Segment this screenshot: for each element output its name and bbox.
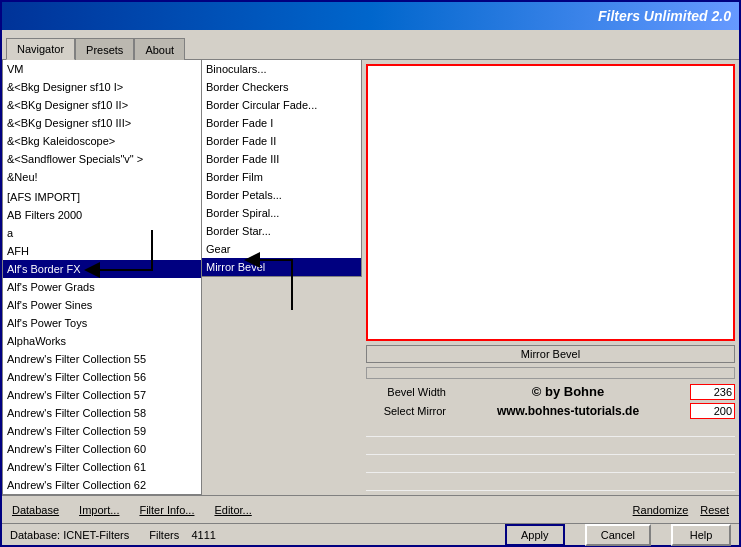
left-list-item[interactable]: Andrew's Filter Collection 56 xyxy=(3,368,201,386)
app-window: Filters Unlimited 2.0 Navigator Presets … xyxy=(0,0,741,547)
left-list-item[interactable]: Alf's Power Sines xyxy=(3,296,201,314)
title-bar: Filters Unlimited 2.0 xyxy=(2,2,739,30)
left-list-item[interactable]: Alf's Power Toys xyxy=(3,314,201,332)
tab-presets[interactable]: Presets xyxy=(75,38,134,60)
copyright-line1: © by Bohne xyxy=(450,383,686,401)
middle-list-item[interactable]: Border Spiral... xyxy=(202,204,361,222)
filter-info-button[interactable]: Filter Info... xyxy=(137,504,196,516)
bottom-toolbar: Database Import... Filter Info... Editor… xyxy=(2,495,739,523)
status-bar: Database: ICNET-Filters Filters 4111 App… xyxy=(2,523,739,545)
empty-row-4 xyxy=(366,475,735,491)
middle-list-item[interactable]: Binoculars... xyxy=(202,60,361,78)
cancel-button[interactable]: Cancel xyxy=(585,524,651,546)
select-mirror-input[interactable] xyxy=(690,403,735,419)
randomize-button[interactable]: Randomize xyxy=(631,504,691,516)
left-list-item[interactable]: Alf's Power Grads xyxy=(3,278,201,296)
toolbar-left: Database Import... Filter Info... Editor… xyxy=(10,504,254,516)
middle-list-item[interactable]: Border Fade III xyxy=(202,150,361,168)
left-list-item[interactable]: Andrew's Filter Collection 62 xyxy=(3,476,201,494)
left-list-item[interactable]: AB Filters 2000 xyxy=(3,206,201,224)
empty-row-1 xyxy=(366,421,735,437)
preview-box xyxy=(366,64,735,341)
editor-button[interactable]: Editor... xyxy=(212,504,253,516)
copyright-line2: www.bohnes-tutorials.de xyxy=(450,404,686,418)
filters-status: Filters 4111 xyxy=(149,529,216,541)
left-list-item[interactable]: &<Sandflower Specials"v" > xyxy=(3,150,201,168)
database-status: Database: ICNET-Filters xyxy=(10,529,129,541)
left-list-item[interactable]: VM xyxy=(3,60,201,78)
middle-list-item[interactable]: Gear xyxy=(202,240,361,258)
app-title: Filters Unlimited 2.0 xyxy=(598,8,731,24)
middle-list-item[interactable]: Mirror Bevel xyxy=(202,258,361,276)
left-list-item[interactable]: Andrew's Filter Collection 58 xyxy=(3,404,201,422)
reset-button[interactable]: Reset xyxy=(698,504,731,516)
select-mirror-label: Select Mirror xyxy=(366,405,446,417)
left-list-item[interactable]: Andrew's Filter Collection 61 xyxy=(3,458,201,476)
apply-button[interactable]: Apply xyxy=(505,524,565,546)
left-list-item[interactable]: a xyxy=(3,224,201,242)
tab-bar: Navigator Presets About xyxy=(2,30,739,60)
left-list-item[interactable]: &<BKg Designer sf10 III> xyxy=(3,114,201,132)
filter-name-bar: Mirror Bevel xyxy=(366,345,735,363)
toolbar-right: Randomize Reset xyxy=(631,504,731,516)
tab-navigator[interactable]: Navigator xyxy=(6,38,75,60)
left-list-item[interactable]: Andrew's Filter Collection 55 xyxy=(3,350,201,368)
bevel-width-input[interactable] xyxy=(690,384,735,400)
empty-row-3 xyxy=(366,457,735,473)
left-list-item[interactable]: AFH xyxy=(3,242,201,260)
middle-list-item[interactable]: Border Star... xyxy=(202,222,361,240)
left-list-item[interactable]: &Neu! xyxy=(3,168,201,186)
left-list-item[interactable]: &<Bkg Kaleidoscope> xyxy=(3,132,201,150)
middle-panel-wrapper: Binoculars...Border CheckersBorder Circu… xyxy=(202,60,362,495)
tab-about[interactable]: About xyxy=(134,38,185,60)
database-button[interactable]: Database xyxy=(10,504,61,516)
import-button[interactable]: Import... xyxy=(77,504,121,516)
left-panel-wrapper: VM&<Bkg Designer sf10 I>&<BKg Designer s… xyxy=(2,60,202,495)
controls-area: Bevel Width © by Bohne Select Mirror www… xyxy=(366,383,735,491)
left-list-item[interactable]: [AFS IMPORT] xyxy=(3,188,201,206)
middle-list-item[interactable]: Border Checkers xyxy=(202,78,361,96)
left-panel[interactable]: VM&<Bkg Designer sf10 I>&<BKg Designer s… xyxy=(2,60,202,495)
middle-list-item[interactable]: Border Circular Fade... xyxy=(202,96,361,114)
middle-list-item[interactable]: Border Film xyxy=(202,168,361,186)
left-list-item[interactable]: Alf's Border FX xyxy=(3,260,201,278)
middle-list-item[interactable]: Border Fade II xyxy=(202,132,361,150)
bevel-width-label: Bevel Width xyxy=(366,386,446,398)
empty-row-2 xyxy=(366,439,735,455)
left-list-item[interactable]: Andrew's Filter Collection 59 xyxy=(3,422,201,440)
middle-list-item[interactable]: Border Fade I xyxy=(202,114,361,132)
middle-list-item[interactable]: Border Petals... xyxy=(202,186,361,204)
right-panel: Mirror Bevel Bevel Width © by Bohne Sele… xyxy=(362,60,739,495)
left-list-item[interactable]: &<BKg Designer sf10 II> xyxy=(3,96,201,114)
left-list-item[interactable]: AlphaWorks xyxy=(3,332,201,350)
control-row-0: Bevel Width © by Bohne xyxy=(366,383,735,401)
left-list-item[interactable]: Andrew's Filter Collection 60 xyxy=(3,440,201,458)
progress-bar xyxy=(366,367,735,379)
content-area: VM&<Bkg Designer sf10 I>&<BKg Designer s… xyxy=(2,60,739,495)
middle-panel[interactable]: Binoculars...Border CheckersBorder Circu… xyxy=(202,60,362,277)
help-button[interactable]: Help xyxy=(671,524,731,546)
control-row-1: Select Mirror www.bohnes-tutorials.de xyxy=(366,403,735,419)
left-list-item[interactable]: Andrew's Filter Collection 57 xyxy=(3,386,201,404)
left-list-item[interactable]: &<Bkg Designer sf10 I> xyxy=(3,78,201,96)
